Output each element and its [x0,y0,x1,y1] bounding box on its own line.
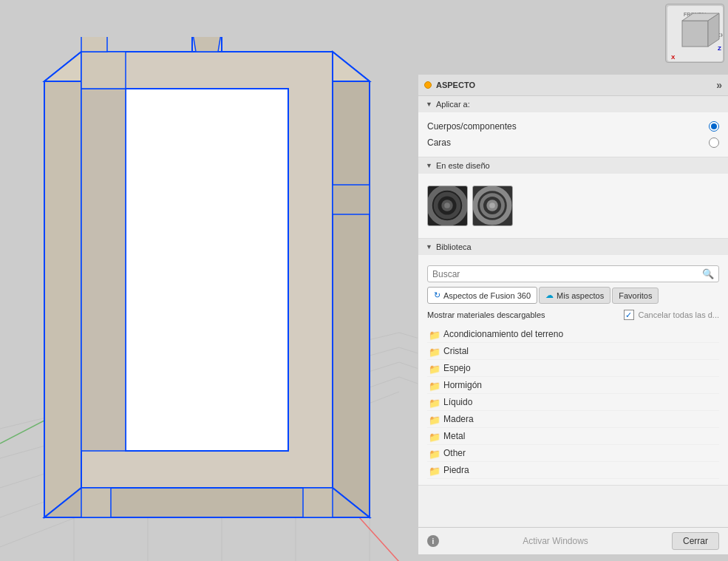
tab-favoritos-label: Favoritos [619,291,652,300]
tabs-row: ↻ Aspectos de Fusion 360 ☁ Mis aspectos … [427,287,719,304]
svg-marker-25 [81,52,126,89]
svg-text:X: X [671,54,676,61]
library-item-label: Cristal [443,346,469,356]
svg-marker-19 [333,52,370,517]
library-item-label: Líquido [443,397,472,407]
library-item-label: Piedra [443,465,469,475]
library-item-label: Madera [443,414,474,424]
library-item-label: Metal [443,431,465,441]
folder-icon-espejo [429,364,439,373]
panel-footer: i Activar Windows Cerrar [418,527,728,554]
checkbox-downloadable[interactable] [624,310,634,320]
section-design-title: En este diseño [436,161,490,170]
refresh-icon: ↻ [434,290,440,300]
cancel-all-text[interactable]: Cancelar todas las d... [639,310,719,319]
info-icon[interactable]: i [427,535,439,547]
section-apply-header[interactable]: ▼ Aplicar a: [418,96,728,112]
radio-row-bodies: Cuerpos/componentes [427,118,719,135]
folder-icon-madera [429,415,439,424]
section-apply-content: Cuerpos/componentes Caras [418,112,728,157]
search-input[interactable] [432,269,702,279]
svg-marker-27 [192,37,222,52]
section-library-header[interactable]: ▼ Biblioteca [418,239,728,255]
library-item-espejo[interactable]: Espejo [427,360,719,377]
section-design-content [418,174,728,238]
door-frame-3d [15,37,392,547]
cloud-icon: ☁ [545,290,554,300]
folder-icon-other [429,449,439,458]
folder-icon-cristal [429,347,439,356]
section-apply: ▼ Aplicar a: Cuerpos/componentes Caras [418,96,728,157]
section-library: ▼ Biblioteca 🔍 ↻ Aspectos de Fusion 360 [418,239,728,486]
panel-title: ASPECTO [436,81,475,89]
svg-marker-24 [81,89,126,451]
close-button[interactable]: Cerrar [672,532,719,550]
library-item-cristal[interactable]: Cristal [427,343,719,360]
svg-marker-31 [333,185,370,214]
section-triangle-design: ▼ [426,162,432,169]
panel-header: ASPECTO » [418,75,728,96]
axis-widget: FRONTAL DERECHA X Z [665,4,724,63]
radio-btn-faces[interactable] [709,137,719,148]
panel: ASPECTO » ▼ Aplicar a: Cuerpos/component… [418,74,728,554]
folder-icon-hormigon [429,381,439,390]
panel-header-left: ASPECTO [424,81,475,89]
library-list: Acondicionamiento del terreno Cristal Es… [427,326,719,479]
section-library-title: Biblioteca [436,242,472,251]
tab-fusion360[interactable]: ↻ Aspectos de Fusion 360 [427,287,537,304]
radio-label-bodies: Cuerpos/componentes [427,121,701,132]
svg-marker-18 [44,52,81,517]
library-item-metal[interactable]: Metal [427,428,719,445]
section-triangle-library: ▼ [426,243,432,251]
checkbox-label-downloadable: Mostrar materiales descargables [427,310,619,319]
section-apply-title: Aplicar a: [436,100,470,109]
section-triangle-apply: ▼ [426,101,432,108]
tab-favoritos[interactable]: Favoritos [612,288,659,304]
library-item-label: Acondicionamiento del terreno [443,329,563,339]
library-item-other[interactable]: Other [427,445,719,462]
library-item-acondicionamiento[interactable]: Acondicionamiento del terreno [427,326,719,343]
tab-mis-aspectos[interactable]: ☁ Mis aspectos [539,287,610,304]
search-row[interactable]: 🔍 [427,265,719,282]
library-item-label: Espejo [443,363,471,373]
folder-icon-acondicionamiento [429,330,439,339]
library-item-label: Other [443,448,466,458]
library-item-liquido[interactable]: Líquido [427,394,719,411]
svg-marker-30 [303,488,333,517]
activate-windows-text: Activar Windows [439,536,672,546]
library-item-label: Hormigón [443,380,482,390]
thumbnails-row [427,180,719,232]
svg-rect-35 [682,21,708,47]
svg-marker-29 [81,488,111,517]
thumbnail-2[interactable] [472,186,513,226]
tab-fusion360-label: Aspectos de Fusion 360 [443,291,531,300]
section-design-header[interactable]: ▼ En este diseño [418,157,728,174]
radio-label-faces: Caras [427,137,701,148]
search-icon: 🔍 [702,268,714,279]
panel-dot [424,81,432,89]
section-design: ▼ En este diseño [418,157,728,239]
radio-btn-bodies[interactable] [709,121,719,132]
folder-icon-liquido [429,398,439,407]
svg-rect-23 [126,89,288,451]
folder-icon-metal [429,432,439,441]
svg-point-49 [489,203,495,208]
section-library-content: 🔍 ↻ Aspectos de Fusion 360 ☁ Mis aspecto… [418,255,728,485]
folder-icon-piedra [429,466,439,475]
panel-body: ▼ Aplicar a: Cuerpos/componentes Caras ▼… [418,96,728,527]
thumbnail-1[interactable] [427,186,468,226]
panel-expand-icon[interactable]: » [716,79,722,91]
svg-point-44 [444,203,450,208]
svg-text:Z: Z [718,45,721,52]
library-item-hormigon[interactable]: Hormigón [427,377,719,394]
tab-mis-aspectos-label: Mis aspectos [557,291,604,300]
radio-row-faces: Caras [427,135,719,151]
checkbox-row-downloadable: Mostrar materiales descargables Cancelar… [427,307,719,323]
library-item-piedra[interactable]: Piedra [427,462,719,479]
svg-marker-28 [81,37,107,52]
library-item-madera[interactable]: Madera [427,411,719,428]
